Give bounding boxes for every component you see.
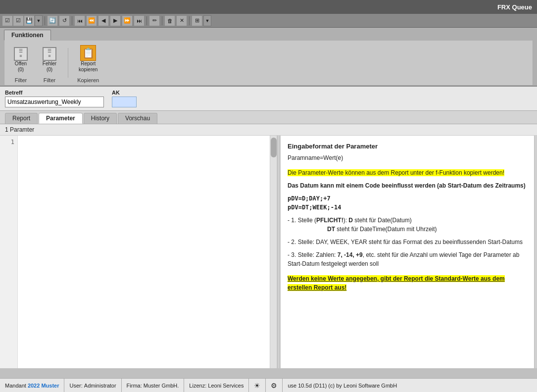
nav-prev-btn[interactable]: ⏪ [86,15,97,26]
help-d: D [348,217,353,224]
refresh1-btn[interactable]: 🔄 [47,15,58,26]
report-kopieren-label: Reportkopieren [79,61,98,73]
ribbon: Funktionen ☰≡ Offen(0) Filter ☰≡ Fehler(… [0,28,537,87]
help-footer-text: Werden keine Werte angegeben, gibt der R… [288,275,505,291]
dropdown2-btn[interactable]: ▼ [203,15,211,26]
main-content: 1 Eingabeformat der Parameter Paramname=… [0,136,537,368]
help-pflicht: PFLICHT! [316,217,343,224]
status-mandant: Mandant 2022 Muster [0,379,64,392]
ribbon-group-kopieren: 📋 Reportkopieren Kopieren [74,43,102,83]
betreff-input[interactable] [5,97,104,107]
param-count-row: 1 Paramter [0,124,537,136]
offen-label: Offen(0) [15,61,27,73]
offen-button[interactable]: ☰≡ Offen(0) [8,45,33,75]
tab-history[interactable]: History [84,113,117,124]
tab-vorschau[interactable]: Vorschau [118,113,157,124]
ribbon-group-offen: ☰≡ Offen(0) Filter [8,45,33,83]
ribbon-group-fehler: ☰≡ Fehler(0) Filter [37,45,62,83]
status-version: use 10.5d (D11) (c) by Leoni Software Gm… [283,379,402,392]
help-highlight1-text: Die Parameter-Werte können aus dem Repor… [288,169,504,176]
dropdown1-btn[interactable]: ▼ [35,15,43,26]
status-lizenz: Lizenz: Leoni Services [184,379,249,392]
gear-icon: ⚙ [271,382,277,390]
status-icon-sun: ☀ [249,379,266,392]
editor-scrollbar[interactable] [270,136,277,368]
sep3 [146,16,147,25]
form-area: Betreff AK [0,87,537,111]
ribbon-sep [68,48,68,78]
offen-icon: ☰≡ [14,47,28,61]
title-bar: FRX Queue [0,0,537,14]
help-title: Eingabeformat der Parameter [288,142,527,151]
param-count: 1 Paramter [5,126,34,133]
editor-textarea[interactable] [18,136,270,368]
mandant-value: 2022 Muster [28,383,59,389]
checkbox1-btn[interactable]: ☑ [2,15,13,26]
line-numbers: 1 [0,136,18,368]
fehler-label: Fehler(0) [43,61,56,73]
grid-btn[interactable]: ⊞ [192,15,202,26]
lizenz-value: Leoni Services [208,383,244,389]
report-kopieren-button[interactable]: 📋 Reportkopieren [74,43,102,75]
refresh2-btn[interactable]: ↺ [59,15,70,26]
ak-label: AK [112,90,137,96]
ak-input[interactable] [112,97,137,107]
close-btn[interactable]: ✕ [176,15,187,26]
sep4 [162,16,162,25]
scrollbar-thumb [271,138,277,157]
fehler-button[interactable]: ☰≡ Fehler(0) [37,45,62,75]
nav-start-btn[interactable]: ⏮ [74,15,85,26]
help-dt: DT [327,226,335,233]
help-line3: - 3. Stelle: Zahlen: 7, -14, +9, etc. st… [288,250,527,268]
edit-btn[interactable]: ✏ [149,15,160,26]
delete-btn[interactable]: 🗑 [164,15,175,26]
checkbox2-btn[interactable]: ☑ [13,15,24,26]
nav-next-btn[interactable]: ⏩ [122,15,133,26]
help-pane: Eingabeformat der Parameter Paramname=We… [280,136,534,368]
status-icon-gear: ⚙ [266,379,283,392]
firma-label: Firma: [127,383,142,389]
editor-pane: 1 [0,136,277,368]
mandant-label: Mandant [5,383,26,389]
user-value: Administrator [84,383,116,389]
help-code1: pDV=D;DAY;+7 [288,195,331,202]
version-text: use 10.5d (D11) (c) by Leoni Software Gm… [288,383,397,389]
right-splitter[interactable] [534,136,537,368]
ribbon-content: ☰≡ Offen(0) Filter ☰≡ Fehler(0) Filter 📋 [4,41,533,86]
content-tabs: Report Parameter History Vorschau [0,111,537,124]
firma-value: Muster GmbH. [144,383,179,389]
sep2 [72,16,72,25]
nav-fwd-btn[interactable]: ▶ [110,15,121,26]
filter-label-offen: Filter [15,77,27,83]
help-nums: 7, -14, +9 [338,251,363,258]
nav-back-btn[interactable]: ◀ [98,15,109,26]
help-footer: Werden keine Werte angegeben, gibt der R… [288,274,527,292]
save-btn[interactable]: 💾 [24,15,35,26]
toolbar: ☑ ☑ 💾 ▼ 🔄 ↺ ⏮ ⏪ ◀ ▶ ⏩ ⏭ ✏ 🗑 ✕ ⊞ ▼ [0,14,537,28]
betreff-field: Betreff [5,90,104,107]
help-line1: - 1. Stelle (PFLICHT!): D steht für Date… [288,216,527,234]
help-code2: pDV=DT;WEEK;-14 [288,204,341,211]
help-dt-indent [288,226,327,233]
filter-label-fehler: Filter [44,77,55,83]
sep5 [189,16,190,25]
report-kopieren-icon: 📋 [80,45,96,61]
status-bar: Mandant 2022 Muster User: Administrator … [0,378,537,392]
user-label: User: [69,383,82,389]
ribbon-tabs: Funktionen [4,30,533,41]
nav-end-btn[interactable]: ⏭ [134,15,145,26]
lizenz-label: Lizenz: [189,383,206,389]
tab-parameter[interactable]: Parameter [39,113,83,124]
status-user: User: Administrator [64,379,121,392]
ribbon-tab-funktionen[interactable]: Funktionen [4,30,51,41]
sun-icon: ☀ [254,382,260,390]
tab-report[interactable]: Report [5,113,38,124]
help-subtitle: Paramname=Wert(e) [288,153,527,162]
ak-field: AK [112,90,137,107]
help-highlight1: Die Parameter-Werte können aus dem Repor… [288,168,527,177]
line-number-1: 1 [0,138,17,147]
help-codes: pDV=D;DAY;+7 pDV=DT;WEEK;-14 [288,194,527,212]
fehler-icon: ☰≡ [43,47,56,61]
kopieren-sub-label: Kopieren [77,77,99,83]
help-line2: - 2. Stelle: DAY, WEEK, YEAR steht für d… [288,238,527,246]
